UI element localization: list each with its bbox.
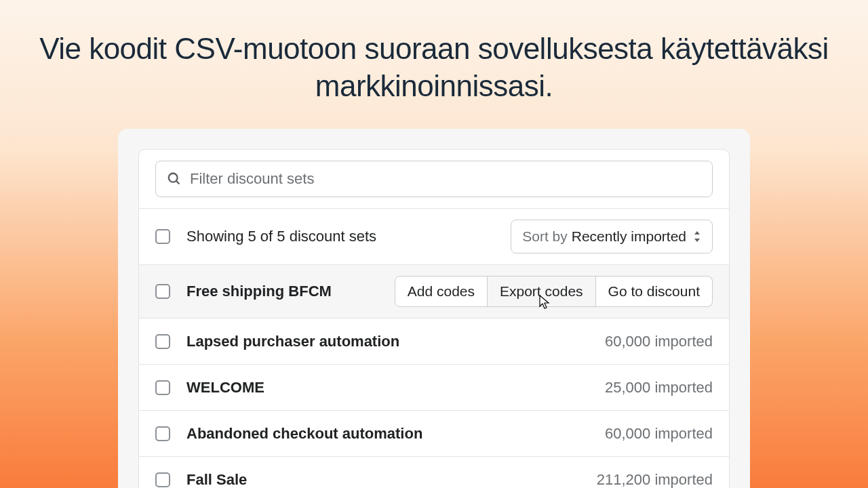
table-row[interactable]: Lapsed purchaser automation 60,000 impor… <box>139 318 729 364</box>
row-name: Fall Sale <box>186 471 247 489</box>
row-name: Lapsed purchaser automation <box>186 333 399 350</box>
svg-line-1 <box>176 181 180 184</box>
search-input[interactable] <box>190 170 701 188</box>
summary-text: Showing 5 of 5 discount sets <box>186 228 376 245</box>
table-row[interactable]: Fall Sale 211,200 imported <box>139 456 729 488</box>
sort-prefix: Sort by <box>522 228 568 245</box>
page-heading: Vie koodit CSV-muotoon suoraan sovelluks… <box>0 0 868 104</box>
sort-select[interactable]: Sort by Recently imported <box>511 220 713 253</box>
sort-value: Recently imported <box>572 228 686 245</box>
app-card: Showing 5 of 5 discount sets Sort by Rec… <box>118 129 750 488</box>
discount-panel: Showing 5 of 5 discount sets Sort by Rec… <box>138 149 730 488</box>
row-actions: Add codes Export codes Go to discount <box>395 276 713 307</box>
row-name: Abandoned checkout automation <box>186 425 422 443</box>
row-status: 60,000 imported <box>605 333 713 350</box>
row-status: 211,200 imported <box>597 471 713 489</box>
sort-caret-icon <box>693 231 701 242</box>
table-row[interactable]: Free shipping BFCM Add codes Export code… <box>139 264 729 318</box>
summary-row: Showing 5 of 5 discount sets Sort by Rec… <box>139 208 729 264</box>
row-status: 60,000 imported <box>605 425 713 443</box>
table-row[interactable]: Abandoned checkout automation 60,000 imp… <box>139 410 729 456</box>
search-wrap <box>139 150 729 208</box>
export-codes-button[interactable]: Export codes <box>488 276 596 307</box>
add-codes-button[interactable]: Add codes <box>395 276 488 307</box>
row-status: 25,000 imported <box>605 379 713 396</box>
svg-point-0 <box>169 174 178 182</box>
select-all-checkbox[interactable] <box>155 229 170 244</box>
go-to-discount-button[interactable]: Go to discount <box>596 276 713 307</box>
row-checkbox[interactable] <box>155 284 170 299</box>
row-name: Free shipping BFCM <box>186 283 332 300</box>
row-checkbox[interactable] <box>155 380 170 395</box>
row-checkbox[interactable] <box>155 334 170 349</box>
row-checkbox[interactable] <box>155 472 170 487</box>
row-name: WELCOME <box>186 379 264 396</box>
table-row[interactable]: WELCOME 25,000 imported <box>139 364 729 410</box>
row-checkbox[interactable] <box>155 426 170 441</box>
search-field[interactable] <box>155 161 713 197</box>
search-icon <box>167 171 182 186</box>
